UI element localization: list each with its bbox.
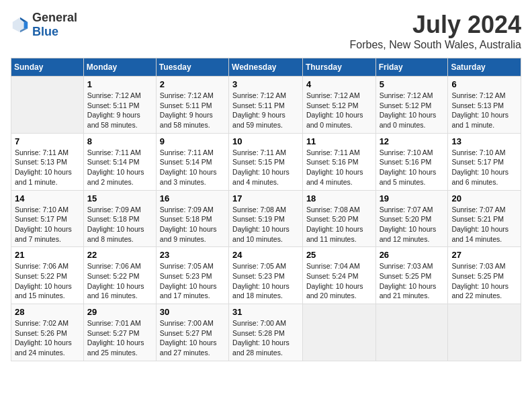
day-info: Sunrise: 7:12 AMSunset: 5:13 PMDaylight:… <box>451 91 508 129</box>
calendar-cell: 26Sunrise: 7:03 AMSunset: 5:25 PMDayligh… <box>375 247 448 304</box>
calendar-cell: 30Sunrise: 7:00 AMSunset: 5:27 PMDayligh… <box>156 304 228 361</box>
day-info: Sunrise: 7:10 AMSunset: 5:16 PMDaylight:… <box>380 148 437 186</box>
day-number: 5 <box>380 79 445 89</box>
calendar-cell: 19Sunrise: 7:07 AMSunset: 5:20 PMDayligh… <box>375 190 448 247</box>
day-info: Sunrise: 7:05 AMSunset: 5:23 PMDaylight:… <box>232 262 290 300</box>
day-info: Sunrise: 7:12 AMSunset: 5:11 PMDaylight:… <box>160 91 214 129</box>
day-info: Sunrise: 7:07 AMSunset: 5:21 PMDaylight:… <box>451 205 508 243</box>
day-header-saturday: Saturday <box>448 58 521 77</box>
day-info: Sunrise: 7:11 AMSunset: 5:15 PMDaylight:… <box>232 148 290 186</box>
day-info: Sunrise: 7:03 AMSunset: 5:25 PMDaylight:… <box>380 262 437 300</box>
calendar-cell <box>448 304 521 361</box>
days-header-row: SundayMondayTuesdayWednesdayThursdayFrid… <box>11 58 521 77</box>
day-header-thursday: Thursday <box>302 58 375 77</box>
svg-marker-2 <box>24 22 28 29</box>
day-info: Sunrise: 7:09 AMSunset: 5:18 PMDaylight:… <box>87 205 144 243</box>
calendar-cell: 5Sunrise: 7:12 AMSunset: 5:12 PMDaylight… <box>375 77 448 134</box>
logo-text-container: General Blue <box>32 11 77 39</box>
day-number: 17 <box>232 193 299 203</box>
day-info: Sunrise: 7:07 AMSunset: 5:20 PMDaylight:… <box>380 205 437 243</box>
calendar-week-3: 14Sunrise: 7:10 AMSunset: 5:17 PMDayligh… <box>11 190 521 247</box>
calendar-cell: 10Sunrise: 7:11 AMSunset: 5:15 PMDayligh… <box>229 133 303 190</box>
calendar-cell: 22Sunrise: 7:06 AMSunset: 5:22 PMDayligh… <box>83 247 156 304</box>
day-info: Sunrise: 7:08 AMSunset: 5:19 PMDaylight:… <box>232 205 290 243</box>
day-number: 14 <box>15 193 80 203</box>
calendar-cell: 15Sunrise: 7:09 AMSunset: 5:18 PMDayligh… <box>83 190 156 247</box>
header: General Blue July 2024 Forbes, New South… <box>11 11 521 51</box>
day-number: 2 <box>160 79 225 89</box>
calendar-week-2: 7Sunrise: 7:11 AMSunset: 5:13 PMDaylight… <box>11 133 521 190</box>
day-number: 11 <box>306 136 372 146</box>
day-number: 4 <box>306 79 372 89</box>
day-number: 9 <box>160 136 225 146</box>
day-number: 29 <box>87 307 152 317</box>
calendar-table: SundayMondayTuesdayWednesdayThursdayFrid… <box>11 58 521 361</box>
calendar-cell: 7Sunrise: 7:11 AMSunset: 5:13 PMDaylight… <box>11 133 84 190</box>
day-number: 21 <box>15 250 80 260</box>
calendar-cell: 27Sunrise: 7:03 AMSunset: 5:25 PMDayligh… <box>448 247 521 304</box>
calendar-cell: 4Sunrise: 7:12 AMSunset: 5:12 PMDaylight… <box>302 77 375 134</box>
day-number: 6 <box>451 79 517 89</box>
day-number: 16 <box>160 193 225 203</box>
calendar-week-1: 1Sunrise: 7:12 AMSunset: 5:11 PMDaylight… <box>11 77 521 134</box>
calendar-cell <box>11 77 84 134</box>
calendar-cell: 21Sunrise: 7:06 AMSunset: 5:22 PMDayligh… <box>11 247 84 304</box>
calendar-cell <box>302 304 375 361</box>
main-title: July 2024 <box>349 11 521 39</box>
day-number: 15 <box>87 193 152 203</box>
day-info: Sunrise: 7:09 AMSunset: 5:18 PMDaylight:… <box>160 205 217 243</box>
day-number: 13 <box>451 136 517 146</box>
calendar-cell: 17Sunrise: 7:08 AMSunset: 5:19 PMDayligh… <box>229 190 303 247</box>
calendar-cell: 25Sunrise: 7:04 AMSunset: 5:24 PMDayligh… <box>302 247 375 304</box>
day-info: Sunrise: 7:02 AMSunset: 5:26 PMDaylight:… <box>15 319 72 357</box>
calendar-cell: 8Sunrise: 7:11 AMSunset: 5:14 PMDaylight… <box>83 133 156 190</box>
day-info: Sunrise: 7:08 AMSunset: 5:20 PMDaylight:… <box>306 205 363 243</box>
calendar-cell: 13Sunrise: 7:10 AMSunset: 5:17 PMDayligh… <box>448 133 521 190</box>
day-number: 7 <box>15 136 80 146</box>
day-info: Sunrise: 7:12 AMSunset: 5:11 PMDaylight:… <box>232 91 286 129</box>
calendar-cell: 20Sunrise: 7:07 AMSunset: 5:21 PMDayligh… <box>448 190 521 247</box>
day-number: 10 <box>232 136 299 146</box>
logo: General Blue <box>11 11 77 39</box>
calendar-cell: 2Sunrise: 7:12 AMSunset: 5:11 PMDaylight… <box>156 77 228 134</box>
day-header-sunday: Sunday <box>11 58 84 77</box>
calendar-cell: 18Sunrise: 7:08 AMSunset: 5:20 PMDayligh… <box>302 190 375 247</box>
day-info: Sunrise: 7:03 AMSunset: 5:25 PMDaylight:… <box>451 262 508 300</box>
day-info: Sunrise: 7:00 AMSunset: 5:28 PMDaylight:… <box>232 319 290 357</box>
calendar-cell: 6Sunrise: 7:12 AMSunset: 5:13 PMDaylight… <box>448 77 521 134</box>
day-info: Sunrise: 7:11 AMSunset: 5:14 PMDaylight:… <box>160 148 217 186</box>
day-info: Sunrise: 7:05 AMSunset: 5:23 PMDaylight:… <box>160 262 217 300</box>
day-number: 20 <box>451 193 517 203</box>
day-number: 24 <box>232 250 299 260</box>
calendar-cell: 14Sunrise: 7:10 AMSunset: 5:17 PMDayligh… <box>11 190 84 247</box>
day-number: 8 <box>87 136 152 146</box>
day-info: Sunrise: 7:11 AMSunset: 5:16 PMDaylight:… <box>306 148 363 186</box>
day-number: 18 <box>306 193 372 203</box>
day-number: 30 <box>160 307 225 317</box>
day-info: Sunrise: 7:06 AMSunset: 5:22 PMDaylight:… <box>15 262 72 300</box>
day-number: 1 <box>87 79 152 89</box>
day-number: 27 <box>451 250 517 260</box>
day-info: Sunrise: 7:01 AMSunset: 5:27 PMDaylight:… <box>87 319 144 357</box>
logo-blue-text: Blue <box>32 25 58 38</box>
day-number: 28 <box>15 307 80 317</box>
calendar-header: SundayMondayTuesdayWednesdayThursdayFrid… <box>11 58 521 77</box>
day-number: 12 <box>380 136 445 146</box>
day-number: 22 <box>87 250 152 260</box>
logo-icon <box>11 15 30 34</box>
day-number: 23 <box>160 250 225 260</box>
calendar-cell: 24Sunrise: 7:05 AMSunset: 5:23 PMDayligh… <box>229 247 303 304</box>
calendar-cell: 23Sunrise: 7:05 AMSunset: 5:23 PMDayligh… <box>156 247 228 304</box>
day-info: Sunrise: 7:12 AMSunset: 5:12 PMDaylight:… <box>380 91 437 129</box>
calendar-cell: 11Sunrise: 7:11 AMSunset: 5:16 PMDayligh… <box>302 133 375 190</box>
calendar-week-5: 28Sunrise: 7:02 AMSunset: 5:26 PMDayligh… <box>11 304 521 361</box>
day-header-tuesday: Tuesday <box>156 58 228 77</box>
day-info: Sunrise: 7:11 AMSunset: 5:14 PMDaylight:… <box>87 148 144 186</box>
calendar-cell: 29Sunrise: 7:01 AMSunset: 5:27 PMDayligh… <box>83 304 156 361</box>
day-info: Sunrise: 7:12 AMSunset: 5:11 PMDaylight:… <box>87 91 141 129</box>
day-info: Sunrise: 7:10 AMSunset: 5:17 PMDaylight:… <box>451 148 508 186</box>
calendar-body: 1Sunrise: 7:12 AMSunset: 5:11 PMDaylight… <box>11 77 521 361</box>
day-header-monday: Monday <box>83 58 156 77</box>
day-info: Sunrise: 7:11 AMSunset: 5:13 PMDaylight:… <box>15 148 72 186</box>
day-header-friday: Friday <box>375 58 448 77</box>
